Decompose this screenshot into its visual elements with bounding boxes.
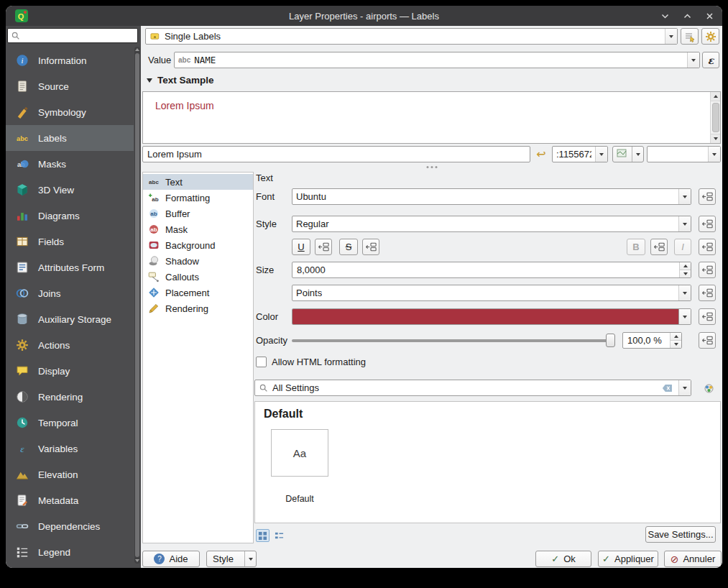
sidebar-item-attributes-form[interactable]: Attributes Form: [6, 254, 134, 280]
data-defined-override-button[interactable]: [699, 216, 716, 232]
opacity-slider[interactable]: [292, 332, 615, 349]
data-defined-override-button[interactable]: [699, 262, 716, 278]
label-rules-icon: [684, 31, 696, 42]
sidebar-item-source[interactable]: Source: [6, 73, 134, 99]
splitter-handle[interactable]: [426, 166, 437, 168]
symbology-icon: [15, 105, 29, 119]
dropdown-arrow-icon[interactable]: [678, 309, 691, 324]
search-icon: [259, 383, 268, 392]
strikeout-button[interactable]: S: [339, 239, 358, 255]
help-button[interactable]: ?Aide: [142, 551, 200, 567]
sidebar-item-3d-view[interactable]: 3D View: [6, 177, 134, 203]
data-defined-override-button[interactable]: [699, 285, 716, 301]
labeling-rules-button[interactable]: [681, 28, 699, 45]
single-labels-icon: a: [149, 31, 161, 42]
spin-buttons[interactable]: [679, 262, 691, 277]
size-unit-combo[interactable]: Points: [292, 285, 691, 301]
style-item-default[interactable]: Aa: [271, 429, 328, 477]
apply-button[interactable]: ✓Appliquer: [598, 551, 658, 567]
sidebar-item-information[interactable]: iInformation: [6, 47, 134, 73]
opacity-spinbox[interactable]: 100,0 %: [622, 332, 682, 349]
allow-html-checkbox[interactable]: [256, 357, 267, 367]
scrollbar-thumb[interactable]: [712, 103, 719, 132]
style-manager-button[interactable]: [700, 381, 717, 395]
text-color-button[interactable]: [292, 308, 691, 325]
sidebar-item-joins[interactable]: Joins: [6, 280, 134, 306]
text-sample-section-header[interactable]: Text Sample: [147, 75, 214, 86]
value-field-combo[interactable]: abc NAME: [174, 52, 700, 68]
spin-buttons[interactable]: [670, 333, 681, 348]
sidebar-scrollbar[interactable]: [134, 47, 140, 564]
styles-group-heading: Default: [264, 408, 303, 421]
scroll-down-icon[interactable]: [711, 134, 720, 143]
preview-scrollbar[interactable]: [710, 92, 720, 143]
reset-sample-button[interactable]: ↩: [533, 146, 550, 162]
tab-text[interactable]: abcText: [143, 174, 253, 190]
underline-button[interactable]: U: [292, 239, 310, 255]
tab-background[interactable]: Background: [143, 237, 253, 253]
data-defined-override-button[interactable]: [699, 239, 716, 255]
sidebar-item-labels[interactable]: abcLabels: [6, 125, 134, 151]
sidebar-item-variables[interactable]: εVariables: [6, 436, 134, 461]
map-scale-button[interactable]: [612, 146, 644, 162]
sidebar-item-elevation[interactable]: Elevation: [6, 461, 134, 487]
tab-placement[interactable]: Placement: [143, 285, 253, 300]
tab-shadow[interactable]: Shadow: [143, 253, 253, 269]
sidebar-item-actions[interactable]: Actions: [6, 332, 134, 358]
clear-filter-icon[interactable]: [662, 384, 673, 392]
cancel-button[interactable]: ⊘Annuler: [664, 551, 722, 567]
expression-builder-button[interactable]: ε: [702, 52, 719, 68]
data-defined-override-button[interactable]: [650, 239, 668, 255]
collapse-arrow-icon: [147, 78, 152, 83]
bold-button[interactable]: B: [627, 239, 645, 255]
tab-callouts[interactable]: Callouts: [143, 269, 253, 285]
sidebar-item-display[interactable]: Display: [6, 358, 134, 384]
sidebar-item-symbology[interactable]: Symbology: [6, 99, 134, 125]
attributes-form-icon: [15, 260, 29, 275]
scroll-up-icon[interactable]: [711, 92, 720, 101]
save-settings-button[interactable]: Save Settings...: [645, 526, 716, 543]
shade-button[interactable]: [661, 12, 669, 20]
sidebar-item-rendering[interactable]: Rendering: [6, 384, 134, 410]
sidebar-item-masks[interactable]: abMasks: [6, 151, 134, 177]
data-defined-override-button[interactable]: [315, 239, 332, 255]
sidebar-item-legend[interactable]: Legend: [6, 539, 134, 565]
labeling-mode-combo[interactable]: a Single Labels: [145, 28, 678, 45]
data-defined-override-button[interactable]: [699, 188, 716, 205]
close-button[interactable]: [706, 12, 714, 20]
sidebar-item-dependencies[interactable]: Dependencies: [6, 513, 134, 539]
tab-formatting[interactable]: abFormatting: [143, 190, 253, 206]
formatting-icon: ab: [147, 192, 160, 204]
sidebar-item-metadata[interactable]: Metadata: [6, 487, 134, 513]
slider-handle[interactable]: [606, 334, 615, 347]
properties-search-input[interactable]: [22, 31, 134, 41]
maximize-button[interactable]: [683, 12, 691, 20]
italic-button[interactable]: I: [674, 239, 691, 255]
font-combo[interactable]: Ubuntu: [292, 188, 691, 205]
data-defined-override-button[interactable]: [362, 239, 379, 255]
metadata-icon: [15, 493, 29, 507]
titlebar[interactable]: Q Layer Properties - airports — Labels: [6, 6, 722, 26]
tab-buffer[interactable]: abBuffer: [143, 206, 253, 221]
help-icon: ?: [154, 553, 165, 564]
tab-mask[interactable]: abMask: [143, 221, 253, 237]
style-menu-button[interactable]: Style: [206, 551, 257, 567]
sidebar-item-diagrams[interactable]: Diagrams: [6, 203, 134, 229]
icon-view-toggle[interactable]: [256, 529, 269, 542]
preview-scale-combo[interactable]: :11556721: [552, 146, 608, 162]
data-defined-override-button[interactable]: [699, 308, 716, 325]
automated-placement-button[interactable]: [701, 28, 719, 45]
sample-text-input[interactable]: [142, 146, 530, 162]
undo-icon: ↩: [536, 149, 545, 160]
size-spinbox[interactable]: 8,0000: [292, 262, 691, 278]
list-view-toggle[interactable]: [272, 529, 286, 542]
data-defined-override-button[interactable]: [699, 332, 716, 349]
font-style-combo[interactable]: Regular: [292, 216, 691, 232]
settings-filter-box[interactable]: All Settings: [254, 380, 691, 396]
ok-button[interactable]: ✓Ok: [535, 551, 591, 567]
tab-rendering[interactable]: Rendering: [143, 300, 253, 316]
sidebar-item-auxiliary-storage[interactable]: Auxiliary Storage: [6, 306, 134, 332]
sidebar-item-fields[interactable]: Fields: [6, 229, 134, 254]
sidebar-item-temporal[interactable]: Temporal: [6, 410, 134, 436]
preview-background-combo[interactable]: [647, 146, 721, 162]
